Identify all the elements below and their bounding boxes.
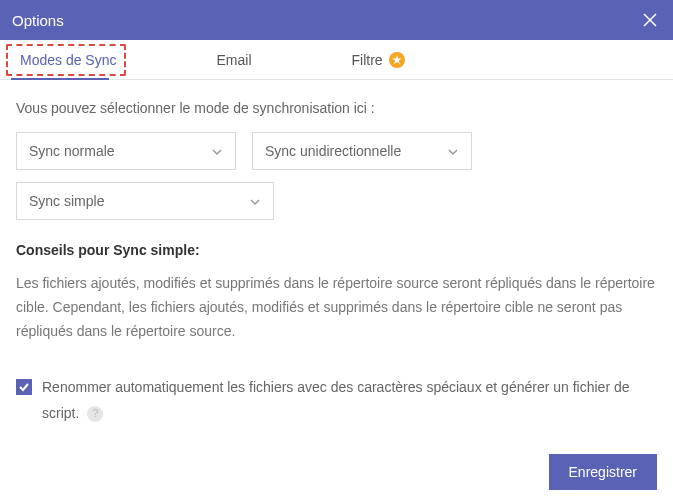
chevron-down-icon	[211, 145, 223, 157]
close-icon[interactable]	[641, 11, 659, 29]
tabs-bar: Modes de Sync Email Filtre	[0, 40, 673, 80]
save-button[interactable]: Enregistrer	[549, 454, 657, 490]
checkbox-label: Renommer automatiquement les fichiers av…	[42, 379, 630, 420]
intro-text: Vous pouvez sélectionner le mode de sync…	[16, 100, 657, 116]
tips-body: Les fichiers ajoutés, modifiés et suppri…	[16, 272, 657, 343]
tab-filter[interactable]: Filtre	[332, 40, 425, 79]
checkbox-label-wrapper: Renommer automatiquement les fichiers av…	[42, 375, 657, 425]
footer: Enregistrer	[549, 454, 657, 490]
select-value: Sync normale	[29, 143, 115, 159]
tab-label: Email	[217, 52, 252, 68]
select-sync-mode-2[interactable]: Sync unidirectionnelle	[252, 132, 472, 170]
select-sync-mode-3[interactable]: Sync simple	[16, 182, 274, 220]
tab-sync-modes[interactable]: Modes de Sync	[0, 40, 137, 79]
tips-title: Conseils pour Sync simple:	[16, 242, 657, 258]
select-row-2: Sync simple	[16, 182, 657, 220]
tab-email[interactable]: Email	[197, 40, 272, 79]
content-area: Vous pouvez sélectionner le mode de sync…	[0, 80, 673, 426]
chevron-down-icon	[249, 195, 261, 207]
help-icon[interactable]: ?	[87, 406, 103, 422]
select-row-1: Sync normale Sync unidirectionnelle	[16, 132, 657, 170]
select-value: Sync simple	[29, 193, 104, 209]
select-sync-mode-1[interactable]: Sync normale	[16, 132, 236, 170]
dialog-title: Options	[12, 12, 64, 29]
select-value: Sync unidirectionnelle	[265, 143, 401, 159]
rename-checkbox[interactable]	[16, 379, 32, 395]
tab-label: Filtre	[352, 52, 383, 68]
star-icon	[389, 52, 405, 68]
dialog-header: Options	[0, 0, 673, 40]
chevron-down-icon	[447, 145, 459, 157]
tab-label: Modes de Sync	[20, 52, 117, 68]
rename-checkbox-row: Renommer automatiquement les fichiers av…	[16, 375, 657, 425]
